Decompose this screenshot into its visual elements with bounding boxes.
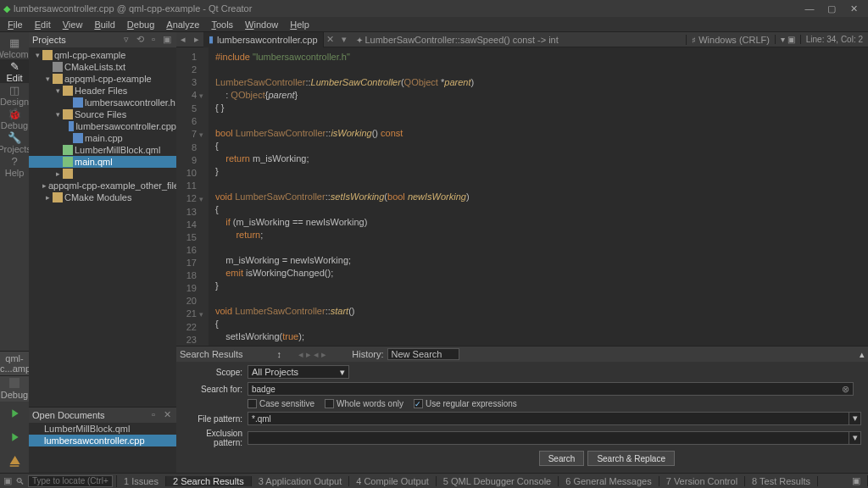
search-icon[interactable]: 🔍︎ [15, 476, 25, 486]
code-editor[interactable]: 1 2 3 4▾5 6 7▾8 9 10 11 12▾13 14 15 16 1… [176, 47, 868, 346]
search-panel: Search Results ↕ ◂ ▸ ◂ ▸ History: New Se… [176, 346, 868, 473]
menu-debug[interactable]: Debug [121, 19, 160, 30]
menu-view[interactable]: View [57, 19, 89, 30]
search-replace-button[interactable]: Search & Replace [587, 451, 675, 466]
open-doc-item[interactable]: LumberMillBlock.qml [29, 423, 176, 435]
search-for-label: Search for: [183, 385, 248, 394]
mode-design[interactable]: ◫Design [0, 83, 29, 107]
symbol-crumb[interactable]: ✦ LumberSawController::sawSpeed() const … [351, 35, 564, 45]
mode-help[interactable]: ?Help [0, 154, 29, 178]
mode-debug[interactable]: 🐞Debug [0, 107, 29, 130]
scope-label: Scope: [183, 368, 248, 377]
run-button[interactable] [0, 402, 29, 425]
progress-icon[interactable]: ▣ [845, 475, 868, 486]
minimize-icon[interactable]: — [798, 3, 821, 14]
status-tab[interactable]: 2 Search Results [166, 476, 252, 486]
status-tab[interactable]: 3 Application Output [252, 476, 349, 486]
project-tree[interactable]: ▾qml-cpp-example CMakeLists.txt▾appqml-c… [29, 47, 176, 407]
tree-item[interactable]: ▸CMake Modules [29, 191, 176, 203]
mode-projects[interactable]: 🔧Projects [0, 130, 29, 154]
mode-edit[interactable]: ✎Edit [0, 59, 29, 83]
menu-edit[interactable]: Edit [29, 19, 57, 30]
search-input[interactable] [248, 382, 854, 396]
projects-panel-header: Projects ▿ ⟲ ▫ ▣ [29, 32, 176, 47]
status-tab[interactable]: 4 Compile Output [349, 476, 437, 486]
open-doc-item[interactable]: lumbersawcontroller.cpp [29, 435, 176, 446]
status-tab[interactable]: 6 General Messages [559, 476, 659, 486]
search-button[interactable]: Search [539, 451, 585, 466]
status-tab[interactable]: 7 Version Control [659, 476, 745, 486]
menu-tools[interactable]: Tools [205, 19, 239, 30]
tree-item[interactable]: CMakeLists.txt [29, 61, 176, 73]
build-config[interactable]: Debug [0, 375, 29, 402]
titlebar: ◆ lumbersawcontroller.cpp @ qml-cpp-exam… [0, 0, 868, 17]
exclusion-dropdown[interactable]: ▾ [849, 431, 861, 445]
file-pattern-input[interactable] [248, 412, 849, 425]
window-title: lumbersawcontroller.cpp @ qml-cpp-exampl… [14, 3, 252, 14]
tree-item[interactable]: lumbersawcontroller.h [29, 97, 176, 108]
menu-window[interactable]: Window [239, 19, 284, 30]
tree-item[interactable]: main.cpp [29, 132, 176, 144]
open-docs-header: Open Documents ▫ ✕ [29, 408, 176, 423]
sync-icon[interactable]: ⟲ [134, 34, 146, 46]
encoding-label[interactable]: ♯ Windows (CRLF) [686, 35, 775, 45]
close-panel-icon[interactable]: ▣ [161, 34, 173, 46]
menu-file[interactable]: File [2, 19, 29, 30]
case-checkbox[interactable] [248, 399, 257, 408]
menubar[interactable]: FileEditViewBuildDebugAnalyzeToolsWindow… [0, 17, 868, 32]
mode-welcome[interactable]: ▦Welcome [0, 36, 29, 59]
clear-search-icon[interactable]: ⊗ [842, 384, 849, 395]
file-pattern-dropdown[interactable]: ▾ [849, 412, 861, 425]
split-icon[interactable]: ▫ [147, 34, 159, 46]
tree-item[interactable]: lumbersawcontroller.cpp [29, 120, 176, 132]
tab-menu-icon[interactable]: ▾ [337, 34, 351, 45]
kit-selector[interactable]: qml-c...ample [0, 351, 29, 375]
tree-item[interactable]: ▸appqml-cpp-example_other_files [29, 180, 176, 191]
split-editor-icon[interactable]: ▾ ▣ [775, 35, 800, 44]
scope-select[interactable]: All Projects▾ [248, 365, 349, 379]
status-tab[interactable]: 8 Test Results [745, 476, 818, 486]
filter-icon[interactable]: ▿ [120, 34, 132, 46]
tree-item[interactable]: ▾appqml-cpp-example [29, 73, 176, 85]
build-button[interactable] [0, 449, 29, 473]
locator-split-icon[interactable]: ▣ [3, 475, 12, 486]
whole-checkbox[interactable] [325, 399, 334, 408]
maximize-icon[interactable]: ▢ [821, 3, 843, 14]
svg-rect-0 [9, 378, 19, 388]
docs-close-icon[interactable]: ✕ [161, 409, 173, 421]
tab-close-icon[interactable]: ✕ [324, 34, 337, 45]
menu-help[interactable]: Help [284, 19, 315, 30]
menu-analyze[interactable]: Analyze [160, 19, 205, 30]
mode-bar: ▦Welcome✎Edit◫Design🐞Debug🔧Projects?Help… [0, 32, 29, 473]
history-label: History: [352, 349, 383, 359]
file-pattern-label: File pattern: [183, 414, 248, 424]
locator[interactable]: ▣ 🔍︎ [0, 475, 117, 487]
status-tab[interactable]: 5 QML Debugger Console [437, 476, 559, 486]
exclusion-label: Exclusion pattern: [183, 429, 248, 447]
editor-tabbar: ◂ ▸ ▮lumbersawcontroller.cpp ✕ ▾ ✦ Lumbe… [176, 32, 868, 47]
tree-item[interactable]: ▸ [29, 168, 176, 180]
nav-fwd-icon[interactable]: ▸ [190, 34, 203, 45]
history-select[interactable]: New Search [387, 348, 460, 360]
line-col-label[interactable]: Line: 34, Col: 2 [800, 35, 868, 44]
tree-item[interactable]: ▾qml-cpp-example [29, 49, 176, 61]
status-tab[interactable]: 1 Issues [117, 476, 166, 486]
tree-item[interactable]: main.qml [29, 156, 176, 168]
tree-item[interactable]: LumberMillBlock.qml [29, 144, 176, 156]
run-debug-button[interactable] [0, 425, 29, 449]
editor-tab[interactable]: ▮lumbersawcontroller.cpp [203, 32, 324, 47]
close-icon[interactable]: ✕ [843, 3, 865, 14]
menu-build[interactable]: Build [88, 19, 120, 30]
search-collapse-icon[interactable]: ▴ [860, 349, 865, 360]
tree-item[interactable]: ▾Header Files [29, 85, 176, 97]
exclusion-input[interactable] [248, 431, 849, 445]
nav-back-icon[interactable]: ◂ [176, 34, 190, 45]
tree-item[interactable]: ▾Source Files [29, 108, 176, 120]
search-panel-title: Search Results [180, 349, 243, 359]
locator-input[interactable] [28, 475, 113, 487]
docs-split-icon[interactable]: ▫ [147, 409, 159, 421]
regex-checkbox[interactable]: ✓ [414, 399, 423, 408]
statusbar: ▣ 🔍︎ 1 Issues2 Search Results3 Applicati… [0, 473, 868, 488]
app-icon: ◆ [3, 3, 10, 14]
